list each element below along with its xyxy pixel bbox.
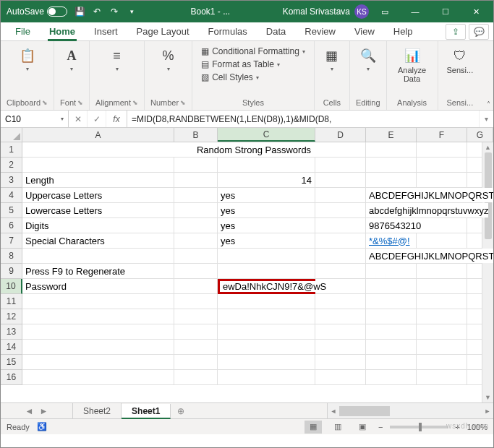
save-icon[interactable]: 💾: [73, 5, 86, 18]
maximize-icon[interactable]: ☐: [431, 1, 460, 22]
col-header-G[interactable]: G: [467, 128, 493, 142]
cell[interactable]: [417, 218, 467, 233]
cell[interactable]: [417, 233, 467, 249]
cell[interactable]: [315, 203, 366, 218]
dialog-launcher-icon[interactable]: ⬊: [77, 99, 83, 106]
row-header[interactable]: 12: [1, 309, 22, 324]
col-header-F[interactable]: F: [417, 128, 467, 142]
sheet-tab-sheet1[interactable]: Sheet1: [122, 404, 171, 419]
cell[interactable]: [218, 370, 315, 385]
row-header[interactable]: 16: [1, 370, 22, 385]
cell[interactable]: yes: [218, 188, 315, 203]
cell[interactable]: [366, 173, 417, 188]
redo-icon[interactable]: ↷: [108, 5, 121, 18]
cell[interactable]: Length: [22, 173, 174, 188]
cell[interactable]: [22, 309, 174, 324]
cell[interactable]: [417, 324, 467, 340]
cell[interactable]: [218, 309, 315, 324]
cell[interactable]: [366, 309, 417, 324]
share-icon[interactable]: ⇪: [446, 24, 466, 40]
cell[interactable]: [174, 294, 218, 309]
cell[interactable]: [218, 355, 315, 370]
cell[interactable]: [315, 355, 366, 370]
cells-button[interactable]: ▦▾: [320, 46, 344, 74]
chevron-down-icon[interactable]: ▾: [61, 116, 64, 122]
cell[interactable]: [417, 294, 467, 309]
cell[interactable]: Special Characters: [22, 233, 174, 249]
cell[interactable]: [366, 370, 417, 385]
cell[interactable]: [218, 294, 315, 309]
cell[interactable]: yes: [218, 203, 315, 218]
expand-formula-bar-icon[interactable]: ▾: [479, 111, 493, 127]
dialog-launcher-icon[interactable]: ⬊: [180, 99, 186, 106]
cell[interactable]: yes: [218, 218, 315, 233]
cell[interactable]: [366, 340, 417, 355]
sheet-tab-sheet2[interactable]: Sheet2: [73, 403, 122, 418]
cell[interactable]: [315, 173, 366, 188]
dialog-launcher-icon[interactable]: ⬊: [42, 99, 48, 106]
cell[interactable]: [315, 233, 366, 249]
cell[interactable]: [174, 370, 218, 385]
cell[interactable]: [22, 324, 174, 340]
cell[interactable]: abcdefghijklmnopqrstuvwxyz: [366, 203, 417, 218]
cell[interactable]: [366, 355, 417, 370]
row-header[interactable]: 14: [1, 340, 22, 355]
tab-home[interactable]: Home: [41, 22, 84, 41]
row-header[interactable]: 8: [1, 249, 22, 264]
row-header[interactable]: 10: [1, 279, 22, 294]
view-normal-icon[interactable]: ▦: [305, 421, 322, 434]
cell[interactable]: [174, 249, 218, 264]
cell[interactable]: ABCDEFGHIJKLMNOPQRSTUVWXYZabcdef: [366, 249, 417, 264]
tab-page-layout[interactable]: Page Layout: [128, 22, 198, 41]
alignment-button[interactable]: ≡▾: [106, 46, 129, 74]
cell[interactable]: [22, 294, 174, 309]
cell[interactable]: [417, 142, 467, 158]
cell[interactable]: [174, 324, 218, 340]
sheet-next-icon[interactable]: ►: [40, 406, 48, 416]
cell-title[interactable]: Random Strong Passwords: [174, 142, 218, 158]
accessibility-icon[interactable]: ♿: [37, 422, 47, 431]
cell[interactable]: [417, 279, 467, 294]
undo-icon[interactable]: ↶: [90, 5, 103, 18]
cell[interactable]: [417, 355, 467, 370]
cell[interactable]: [174, 309, 218, 324]
select-all-button[interactable]: [1, 128, 22, 142]
cell[interactable]: yes: [218, 233, 315, 249]
view-page-break-icon[interactable]: ▣: [354, 421, 371, 434]
cell[interactable]: [174, 340, 218, 355]
row-header[interactable]: 4: [1, 188, 22, 203]
user-name[interactable]: Komal Srivastava: [283, 7, 350, 17]
close-icon[interactable]: ✕: [461, 1, 490, 22]
cell-active-password[interactable]: ewDa!NhkCJN9!7&@wS: [218, 279, 315, 294]
analyze-data-button[interactable]: 📊Analyze Data: [393, 46, 432, 85]
cell[interactable]: [417, 340, 467, 355]
spreadsheet-grid[interactable]: A B C D E F G 1 Random Strong Passwords …: [1, 128, 493, 402]
cell[interactable]: [218, 264, 315, 279]
tab-insert[interactable]: Insert: [85, 22, 127, 41]
scroll-right-icon[interactable]: ►: [482, 408, 493, 415]
cell[interactable]: [174, 173, 218, 188]
cell[interactable]: [417, 264, 467, 279]
minimize-icon[interactable]: —: [401, 1, 430, 22]
font-button[interactable]: A▾: [60, 46, 83, 74]
tab-review[interactable]: Review: [296, 22, 344, 41]
cell[interactable]: [22, 355, 174, 370]
row-header[interactable]: 2: [1, 158, 22, 173]
cell[interactable]: [22, 340, 174, 355]
cell[interactable]: *&%$#@!: [366, 233, 417, 249]
conditional-formatting-button[interactable]: ▦Conditional Formatting▾: [198, 46, 308, 57]
cell[interactable]: [366, 142, 417, 158]
sheet-nav[interactable]: ◄ ►: [1, 403, 73, 418]
col-header-B[interactable]: B: [174, 128, 218, 142]
paste-button[interactable]: 📋 ▾: [16, 46, 39, 74]
cell[interactable]: [366, 294, 417, 309]
user-avatar[interactable]: KS: [354, 4, 369, 19]
tab-formulas[interactable]: Formulas: [200, 22, 256, 41]
ribbon-display-icon[interactable]: ▭: [370, 1, 399, 22]
row-header[interactable]: 7: [1, 233, 22, 249]
col-header-D[interactable]: D: [315, 128, 366, 142]
col-header-A[interactable]: A: [22, 128, 174, 142]
scroll-down-icon[interactable]: ▼: [485, 394, 491, 401]
cancel-formula-icon[interactable]: ✕: [69, 111, 88, 127]
cell[interactable]: [417, 173, 467, 188]
